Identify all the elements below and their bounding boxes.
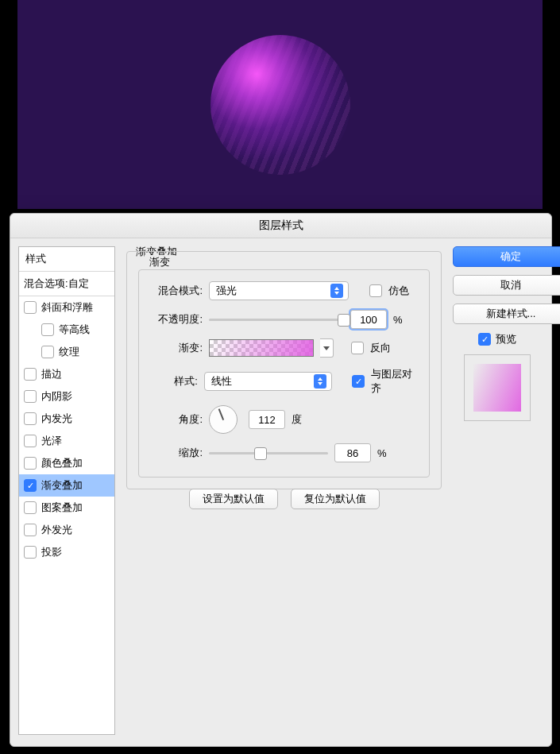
gradient-swatch[interactable] [209, 339, 314, 357]
sidebar-item[interactable]: 描边 [19, 363, 114, 385]
sidebar-item-label: 渐变叠加 [41, 478, 83, 493]
style-checkbox[interactable] [24, 301, 37, 314]
sidebar-item[interactable]: 斜面和浮雕 [19, 296, 114, 319]
preview-checkbox[interactable]: ✓ [478, 333, 491, 346]
scale-slider[interactable] [209, 447, 328, 459]
ok-button[interactable]: 确定 [453, 246, 560, 267]
style-select[interactable]: 线性 [204, 372, 332, 391]
dialog-actions: 确定 取消 新建样式... ✓ 预览 [453, 246, 542, 735]
layer-style-dialog: 图层样式 样式 混合选项:自定 斜面和浮雕等高线纹理描边内阴影内发光光泽颜色叠加… [10, 213, 552, 747]
sidebar-item[interactable]: 等高线 [19, 319, 114, 341]
sidebar-header-blend-options[interactable]: 混合选项:自定 [19, 272, 114, 296]
updown-arrows-icon [330, 284, 343, 298]
sidebar-item-label: 等高线 [59, 323, 90, 337]
sidebar-item-label: 描边 [41, 367, 62, 381]
sidebar-item-label: 图案叠加 [41, 501, 83, 515]
style-value: 线性 [211, 374, 232, 389]
sidebar-item[interactable]: 颜色叠加 [19, 452, 114, 474]
artwork-sphere [210, 35, 350, 175]
sidebar-item-label: 内阴影 [41, 389, 72, 404]
sidebar-item[interactable]: 投影 [19, 541, 114, 563]
angle-dial[interactable] [209, 405, 238, 434]
sidebar-item-label: 外发光 [41, 523, 72, 537]
inner-group-title: 渐变 [145, 255, 175, 269]
sidebar-item-label: 光泽 [41, 434, 62, 448]
scale-field[interactable]: 86 [334, 443, 371, 462]
style-checkbox[interactable]: ✓ [24, 479, 37, 492]
dialog-title: 图层样式 [10, 214, 551, 238]
sidebar-item[interactable]: 内发光 [19, 408, 114, 430]
sidebar-item[interactable]: 内阴影 [19, 385, 114, 408]
sidebar-item[interactable]: 外发光 [19, 519, 114, 541]
style-checkbox[interactable] [41, 346, 54, 358]
sidebar-item-label: 纹理 [59, 345, 79, 359]
canvas-preview [17, 0, 543, 209]
style-checkbox[interactable] [24, 546, 37, 559]
label-align: 与图层对齐 [371, 367, 418, 396]
style-checkbox[interactable] [24, 368, 37, 381]
label-gradient: 渐变: [150, 341, 203, 355]
sidebar-item[interactable]: ✓渐变叠加 [19, 474, 114, 497]
label-angle: 角度: [150, 412, 203, 427]
gradient-dropdown[interactable] [320, 338, 334, 358]
preview-label: 预览 [496, 332, 516, 346]
blend-mode-select[interactable]: 强光 [209, 281, 349, 300]
sidebar-item[interactable]: 纹理 [19, 341, 114, 363]
percent-label: % [377, 447, 387, 459]
cancel-button[interactable]: 取消 [453, 275, 560, 296]
degree-label: 度 [292, 412, 302, 427]
styles-sidebar: 样式 混合选项:自定 斜面和浮雕等高线纹理描边内阴影内发光光泽颜色叠加✓渐变叠加… [18, 246, 115, 735]
reverse-checkbox[interactable] [351, 342, 364, 354]
style-checkbox[interactable] [24, 390, 37, 403]
label-scale: 缩放: [150, 446, 203, 460]
label-opacity: 不透明度: [150, 312, 203, 327]
sidebar-item-label: 斜面和浮雕 [41, 300, 93, 315]
style-checkbox[interactable] [24, 435, 37, 447]
sidebar-item-label: 颜色叠加 [41, 456, 83, 470]
angle-field[interactable]: 112 [249, 410, 285, 429]
opacity-slider[interactable] [209, 313, 344, 326]
preview-gradient-icon [473, 364, 521, 412]
opacity-field[interactable]: 100 [350, 310, 387, 329]
make-default-button[interactable]: 设置为默认值 [189, 489, 278, 509]
dither-checkbox[interactable] [369, 284, 382, 297]
label-dither: 仿色 [388, 284, 409, 298]
options-panel: 渐变叠加 渐变 混合模式: 强光 仿色 [126, 246, 442, 735]
sidebar-item-label: 内发光 [41, 412, 72, 426]
slider-thumb-icon[interactable] [254, 447, 267, 460]
updown-arrows-icon [314, 374, 326, 389]
sidebar-header-styles[interactable]: 样式 [19, 247, 114, 272]
blend-mode-value: 强光 [216, 284, 237, 298]
slider-thumb-icon[interactable] [338, 314, 350, 327]
style-checkbox[interactable] [24, 501, 37, 514]
label-style: 样式: [150, 374, 198, 389]
style-checkbox[interactable] [24, 457, 37, 470]
sidebar-item[interactable]: 图案叠加 [19, 497, 114, 519]
style-checkbox[interactable] [24, 412, 37, 425]
style-checkbox[interactable] [41, 323, 54, 336]
label-reverse: 反向 [370, 341, 391, 355]
sidebar-item-label: 投影 [41, 545, 62, 559]
label-blend-mode: 混合模式: [150, 284, 203, 298]
align-checkbox[interactable]: ✓ [352, 375, 365, 388]
percent-label: % [393, 314, 403, 326]
new-style-button[interactable]: 新建样式... [453, 304, 560, 324]
sidebar-item[interactable]: 光泽 [19, 430, 114, 452]
reset-default-button[interactable]: 复位为默认值 [291, 489, 380, 509]
preview-thumbnail [464, 354, 531, 421]
style-checkbox[interactable] [24, 524, 37, 536]
